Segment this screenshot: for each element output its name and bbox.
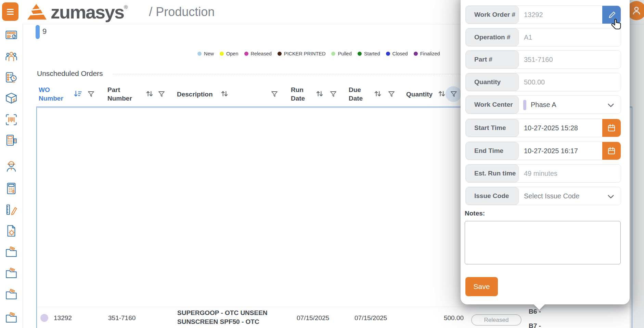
field-label: Work Center bbox=[466, 96, 519, 114]
status-dot bbox=[386, 52, 390, 56]
issue-code-value[interactable]: Select Issue Code bbox=[524, 187, 579, 205]
sort-updown-icon[interactable] bbox=[437, 89, 446, 98]
column-header-due-date[interactable]: Due Date bbox=[349, 86, 369, 103]
status-dot bbox=[197, 52, 202, 56]
field-row-work-order: Work Order # 13292 bbox=[465, 5, 621, 24]
sidebar-item-folder[interactable] bbox=[5, 288, 18, 301]
column-header-description[interactable]: Description bbox=[177, 90, 213, 99]
filter-funnel-icon[interactable] bbox=[157, 90, 166, 98]
filter-funnel-icon[interactable] bbox=[270, 90, 279, 98]
column-header-part-number[interactable]: Part Number bbox=[107, 86, 137, 103]
sidebar-item-terminal[interactable] bbox=[5, 134, 18, 147]
edit-work-order-button[interactable] bbox=[602, 6, 621, 24]
field-label: Part # bbox=[466, 51, 519, 68]
sidebar-item-calculator[interactable] bbox=[5, 182, 18, 195]
end-time-value[interactable]: 10-27-2025 16:17 bbox=[524, 142, 578, 160]
filter-funnel-icon[interactable] bbox=[450, 90, 458, 98]
field-label: Start Time bbox=[466, 119, 519, 137]
field-row-part: Part # 351-7160 bbox=[465, 50, 621, 69]
sidebar-item-team[interactable] bbox=[5, 50, 18, 63]
field-row-issue-code[interactable]: Issue Code Select Issue Code bbox=[465, 187, 621, 205]
row-quantity: 500.00 bbox=[429, 314, 464, 322]
field-row-est-run-time: Est. Run time 49 minutes bbox=[465, 164, 621, 183]
status-dot bbox=[278, 52, 282, 56]
field-label: End Time bbox=[466, 142, 519, 160]
sidebar-item-schedule[interactable] bbox=[5, 71, 18, 84]
field-label: Est. Run time bbox=[466, 165, 519, 182]
legend-item: Closed bbox=[386, 51, 408, 56]
zumasys-logo-icon bbox=[27, 3, 47, 21]
row-due-date: 07/15/2025 bbox=[355, 314, 387, 322]
status-dot bbox=[244, 52, 248, 56]
status-dot bbox=[358, 52, 362, 56]
filter-funnel-icon[interactable] bbox=[387, 90, 396, 98]
end-time-calendar-button[interactable] bbox=[602, 142, 621, 160]
sort-descending-icon[interactable] bbox=[73, 89, 82, 98]
field-label: Work Order # bbox=[466, 6, 519, 24]
status-dot bbox=[331, 52, 335, 56]
field-row-quantity: Quantity 500.00 bbox=[465, 73, 621, 91]
field-label: Issue Code bbox=[466, 187, 519, 205]
filter-funnel-icon[interactable] bbox=[87, 90, 95, 98]
legend-item: Finalized bbox=[414, 51, 440, 56]
status-dot bbox=[414, 52, 418, 56]
sidebar-item-measure[interactable] bbox=[5, 203, 18, 216]
legend-item: PICKER PRINTED bbox=[278, 51, 326, 56]
sidebar-item-operator[interactable] bbox=[5, 160, 18, 173]
sidebar-item-inventory[interactable] bbox=[5, 92, 18, 105]
column-header-wo-number[interactable]: WO Number bbox=[39, 86, 69, 103]
brand-name: zumasys bbox=[51, 3, 124, 21]
legend-item: Released bbox=[244, 51, 272, 56]
sort-updown-icon[interactable] bbox=[315, 89, 324, 98]
notes-textarea[interactable] bbox=[465, 221, 621, 264]
sidebar-item-folder[interactable] bbox=[5, 267, 18, 280]
work-center-accent bbox=[523, 100, 526, 110]
operation-value[interactable]: A1 bbox=[524, 28, 532, 46]
brand-row: zumasys ® / Production bbox=[23, 0, 215, 24]
row-slot-b7[interactable]: B7 - bbox=[529, 322, 541, 328]
sidebar-item-dashboard[interactable] bbox=[5, 28, 18, 41]
part-value[interactable]: 351-7160 bbox=[524, 51, 553, 68]
field-row-work-center[interactable]: Work Center Phase A bbox=[465, 95, 621, 114]
row-status-badge: Released bbox=[471, 314, 521, 326]
page-section-title: Unscheduled Orders bbox=[37, 69, 103, 78]
row-description: SUPERGOOP - OTC UNSEEN SUNSCREEN SPF50 -… bbox=[177, 309, 280, 326]
filter-funnel-icon[interactable] bbox=[329, 90, 337, 98]
sidebar-item-settings-document[interactable] bbox=[5, 224, 18, 237]
legend-item: New bbox=[197, 51, 214, 56]
row-part-number: 351-7160 bbox=[108, 314, 136, 322]
edit-pencil-icon bbox=[607, 10, 616, 19]
start-time-value[interactable]: 10-27-2025 15:28 bbox=[524, 119, 578, 137]
sort-updown-icon[interactable] bbox=[373, 89, 382, 98]
field-row-end-time: End Time 10-27-2025 16:17 bbox=[465, 142, 621, 160]
work-order-value[interactable]: 13292 bbox=[524, 6, 543, 24]
row-status-dot bbox=[40, 314, 48, 322]
field-row-start-time: Start Time 10-27-2025 15:28 bbox=[465, 119, 621, 137]
chevron-down-icon[interactable] bbox=[607, 102, 615, 109]
column-header-run-date[interactable]: Run Date bbox=[291, 86, 311, 103]
registered-mark: ® bbox=[124, 4, 128, 10]
work-center-value[interactable]: Phase A bbox=[531, 96, 556, 114]
column-header-quantity[interactable]: Quantity bbox=[406, 90, 433, 99]
legend-item: Started bbox=[358, 51, 380, 56]
breadcrumb: / Production bbox=[149, 5, 215, 19]
popover-caret bbox=[533, 304, 545, 310]
quantity-value[interactable]: 500.00 bbox=[524, 73, 545, 91]
menu-hamburger-button[interactable] bbox=[2, 2, 18, 21]
icon-sidebar bbox=[0, 24, 23, 328]
start-time-calendar-button[interactable] bbox=[602, 119, 621, 137]
row-run-date: 07/15/2025 bbox=[297, 314, 329, 322]
app-root: TANK 9 New Open Released PICKER PRINTED … bbox=[0, 0, 644, 328]
sidebar-item-folder[interactable] bbox=[5, 246, 18, 259]
row-wo-number[interactable]: 13292 bbox=[54, 314, 72, 322]
save-button[interactable]: Save bbox=[465, 277, 498, 296]
status-dot bbox=[220, 52, 224, 56]
chevron-down-icon[interactable] bbox=[607, 193, 615, 200]
sort-updown-icon[interactable] bbox=[145, 89, 154, 98]
field-row-operation: Operation # A1 bbox=[465, 28, 621, 47]
field-label: Quantity bbox=[466, 73, 519, 91]
status-legend: New Open Released PICKER PRINTED Pulled … bbox=[197, 50, 440, 58]
sidebar-item-barcode-scan[interactable] bbox=[5, 113, 18, 126]
sidebar-item-folder[interactable] bbox=[5, 311, 18, 324]
sort-updown-icon[interactable] bbox=[220, 89, 229, 98]
